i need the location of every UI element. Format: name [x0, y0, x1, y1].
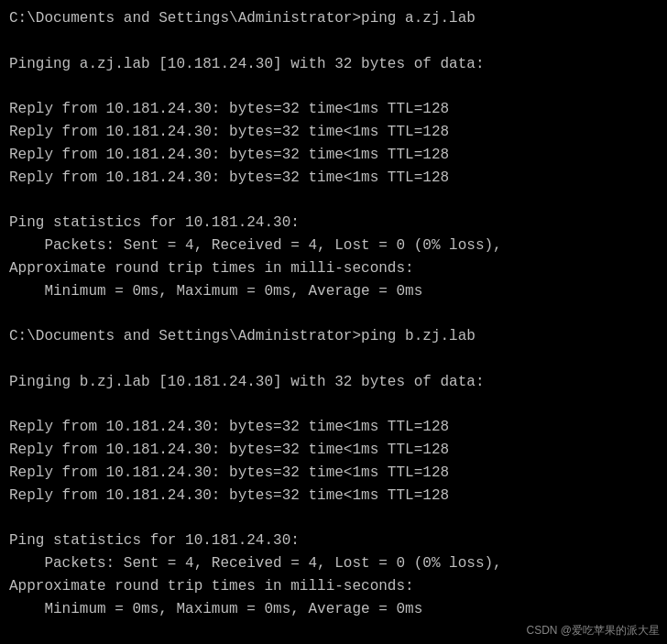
terminal-line: Packets: Sent = 4, Received = 4, Lost = …: [9, 552, 658, 575]
terminal-line: Approximate round trip times in milli-se…: [9, 257, 658, 280]
terminal-line: Ping statistics for 10.181.24.30:: [9, 212, 658, 235]
terminal-line: Minimum = 0ms, Maximum = 0ms, Average = …: [9, 598, 658, 621]
terminal-line: Pinging a.zj.lab [10.181.24.30] with 32 …: [9, 53, 658, 76]
terminal-line: Minimum = 0ms, Maximum = 0ms, Average = …: [9, 280, 658, 303]
terminal-line: [9, 348, 658, 371]
terminal-line: Reply from 10.181.24.30: bytes=32 time<1…: [9, 121, 658, 144]
terminal-line: C:\Documents and Settings\Administrator>…: [9, 7, 658, 30]
terminal-line: Approximate round trip times in milli-se…: [9, 575, 658, 598]
terminal-line: Reply from 10.181.24.30: bytes=32 time<1…: [9, 167, 658, 190]
terminal-line: Reply from 10.181.24.30: bytes=32 time<1…: [9, 98, 658, 121]
terminal-line: Reply from 10.181.24.30: bytes=32 time<1…: [9, 485, 658, 508]
terminal-line: [9, 30, 658, 53]
terminal-line: [9, 75, 658, 98]
terminal-line: Pinging b.zj.lab [10.181.24.30] with 32 …: [9, 371, 658, 394]
terminal-window: C:\Documents and Settings\Administrator>…: [9, 7, 658, 621]
terminal-line: [9, 508, 658, 530]
terminal-line: Reply from 10.181.24.30: bytes=32 time<1…: [9, 416, 658, 439]
terminal-line: [9, 302, 658, 325]
terminal-line: [9, 189, 658, 212]
terminal-line: Ping statistics for 10.181.24.30:: [9, 529, 658, 552]
terminal-line: Packets: Sent = 4, Received = 4, Lost = …: [9, 235, 658, 257]
terminal-line: C:\Documents and Settings\Administrator>…: [9, 325, 658, 348]
watermark-label: CSDN @爱吃苹果的派大星: [526, 623, 660, 639]
terminal-line: Reply from 10.181.24.30: bytes=32 time<1…: [9, 439, 658, 462]
terminal-line: Reply from 10.181.24.30: bytes=32 time<1…: [9, 462, 658, 485]
terminal-line: [9, 394, 658, 417]
terminal-line: Reply from 10.181.24.30: bytes=32 time<1…: [9, 144, 658, 167]
